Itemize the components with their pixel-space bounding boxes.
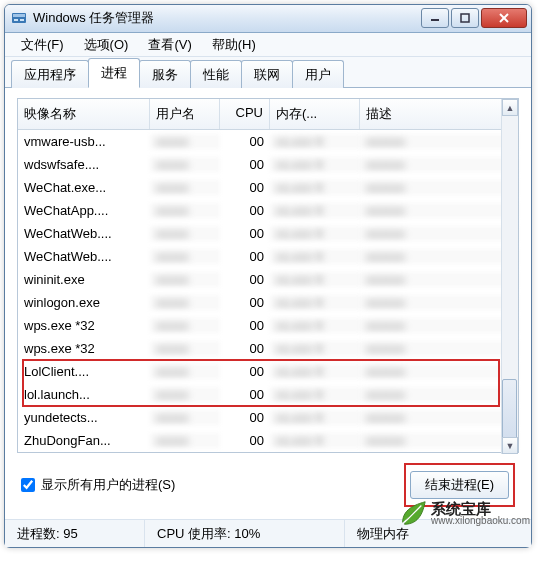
cell-user: xxxxx [150, 387, 220, 402]
cell-memory: xx,xxx K [270, 295, 360, 310]
menu-view[interactable]: 查看(V) [138, 34, 201, 56]
col-cpu[interactable]: CPU [220, 99, 270, 129]
cell-image-name: WeChatApp.... [18, 203, 150, 218]
cell-description: xxxxxx [360, 134, 518, 149]
tab-services[interactable]: 服务 [139, 60, 191, 88]
status-cpu-usage: CPU 使用率: 10% [145, 520, 345, 547]
table-row[interactable]: ZhuDongFan...xxxxx00xx,xxx Kxxxxxx [18, 429, 518, 452]
tab-processes[interactable]: 进程 [88, 58, 140, 88]
svg-line-6 [500, 14, 508, 22]
cell-image-name: lol.launch... [18, 387, 150, 402]
cell-memory: xx,xxx K [270, 249, 360, 264]
table-row[interactable]: WeChat.exe...xxxxx00xx,xxx Kxxxxxx [18, 176, 518, 199]
cell-image-name: WeChatWeb.... [18, 226, 150, 241]
col-memory[interactable]: 内存(... [270, 99, 360, 129]
cell-image-name: LolClient.... [18, 364, 150, 379]
table-row[interactable]: vmware-usb...xxxxx00xx,xxx Kxxxxxx [18, 130, 518, 153]
cell-description: xxxxxx [360, 203, 518, 218]
close-button[interactable] [481, 8, 527, 28]
cell-description: xxxxxx [360, 180, 518, 195]
tab-networking[interactable]: 联网 [241, 60, 293, 88]
svg-rect-2 [14, 19, 18, 21]
col-image-name[interactable]: 映像名称 [18, 99, 150, 129]
maximize-button[interactable] [451, 8, 479, 28]
table-row[interactable]: lol.launch...xxxxx00xx,xxx Kxxxxxx [18, 383, 518, 406]
table-row[interactable]: wps.exe *32xxxxx00xx,xxx Kxxxxxx [18, 337, 518, 360]
cell-user: xxxxx [150, 249, 220, 264]
process-rows: vmware-usb...xxxxx00xx,xxx Kxxxxxxwdswfs… [18, 130, 518, 452]
cell-description: xxxxxx [360, 318, 518, 333]
svg-rect-1 [13, 14, 25, 17]
app-icon [11, 10, 27, 26]
cell-memory: xx,xxx K [270, 433, 360, 448]
cell-user: xxxxx [150, 134, 220, 149]
table-row[interactable]: WeChatWeb....xxxxx00xx,xxx Kxxxxxx [18, 245, 518, 268]
cell-description: xxxxxx [360, 410, 518, 425]
table-row[interactable]: wps.exe *32xxxxx00xx,xxx Kxxxxxx [18, 314, 518, 337]
col-user-name[interactable]: 用户名 [150, 99, 220, 129]
cell-cpu: 00 [220, 249, 270, 264]
vertical-scrollbar[interactable]: ▲ ▼ [501, 99, 518, 454]
show-all-users-checkbox[interactable]: 显示所有用户的进程(S) [21, 476, 175, 494]
cell-user: xxxxx [150, 157, 220, 172]
cell-description: xxxxxx [360, 387, 518, 402]
cell-memory: xx,xxx K [270, 272, 360, 287]
table-row[interactable]: wininit.exexxxxx00xx,xxx Kxxxxxx [18, 268, 518, 291]
table-row[interactable]: winlogon.exexxxxx00xx,xxx Kxxxxxx [18, 291, 518, 314]
cell-memory: xx,xxx K [270, 226, 360, 241]
cell-cpu: 00 [220, 364, 270, 379]
svg-rect-3 [20, 19, 24, 21]
window-title: Windows 任务管理器 [33, 9, 419, 27]
table-row[interactable]: LolClient....xxxxx00xx,xxx Kxxxxxx [18, 360, 518, 383]
cell-description: xxxxxx [360, 272, 518, 287]
scroll-down-button[interactable]: ▼ [502, 437, 518, 454]
watermark-leaf-icon [397, 498, 427, 528]
show-all-users-input[interactable] [21, 478, 35, 492]
table-row[interactable]: WeChatWeb....xxxxx00xx,xxx Kxxxxxx [18, 222, 518, 245]
cell-description: xxxxxx [360, 226, 518, 241]
cell-user: xxxxx [150, 203, 220, 218]
col-description[interactable]: 描述 [360, 99, 518, 129]
cell-memory: xx,xxx K [270, 180, 360, 195]
svg-rect-5 [461, 14, 469, 22]
cell-cpu: 00 [220, 295, 270, 310]
process-list: 映像名称 用户名 CPU 内存(... 描述 vmware-usb...xxxx… [17, 98, 519, 453]
minimize-button[interactable] [421, 8, 449, 28]
cell-memory: xx,xxx K [270, 157, 360, 172]
cell-description: xxxxxx [360, 295, 518, 310]
cell-cpu: 00 [220, 134, 270, 149]
tab-applications[interactable]: 应用程序 [11, 60, 89, 88]
cell-cpu: 00 [220, 387, 270, 402]
cell-memory: xx,xxx K [270, 203, 360, 218]
menu-file[interactable]: 文件(F) [11, 34, 74, 56]
cell-cpu: 00 [220, 410, 270, 425]
menu-help[interactable]: 帮助(H) [202, 34, 266, 56]
tab-performance[interactable]: 性能 [190, 60, 242, 88]
table-row[interactable]: wdswfsafe....xxxxx00xx,xxx Kxxxxxx [18, 153, 518, 176]
cell-cpu: 00 [220, 433, 270, 448]
cell-user: xxxxx [150, 364, 220, 379]
cell-image-name: wps.exe *32 [18, 318, 150, 333]
svg-line-7 [500, 14, 508, 22]
cell-image-name: wdswfsafe.... [18, 157, 150, 172]
cell-user: xxxxx [150, 433, 220, 448]
cell-image-name: WeChatWeb.... [18, 249, 150, 264]
cell-description: xxxxxx [360, 341, 518, 356]
cell-cpu: 00 [220, 226, 270, 241]
column-headers: 映像名称 用户名 CPU 内存(... 描述 [18, 99, 518, 130]
cell-cpu: 00 [220, 318, 270, 333]
menu-options[interactable]: 选项(O) [74, 34, 139, 56]
show-all-users-label: 显示所有用户的进程(S) [41, 476, 175, 494]
cell-user: xxxxx [150, 318, 220, 333]
cell-image-name: ZhuDongFan... [18, 433, 150, 448]
table-row[interactable]: yundetects...xxxxx00xx,xxx Kxxxxxx [18, 406, 518, 429]
cell-user: xxxxx [150, 180, 220, 195]
processes-panel: 映像名称 用户名 CPU 内存(... 描述 vmware-usb...xxxx… [5, 87, 531, 519]
cell-description: xxxxxx [360, 364, 518, 379]
cell-user: xxxxx [150, 341, 220, 356]
end-process-button[interactable]: 结束进程(E) [410, 471, 509, 499]
cell-user: xxxxx [150, 272, 220, 287]
scroll-up-button[interactable]: ▲ [502, 99, 518, 116]
tab-users[interactable]: 用户 [292, 60, 344, 88]
table-row[interactable]: WeChatApp....xxxxx00xx,xxx Kxxxxxx [18, 199, 518, 222]
